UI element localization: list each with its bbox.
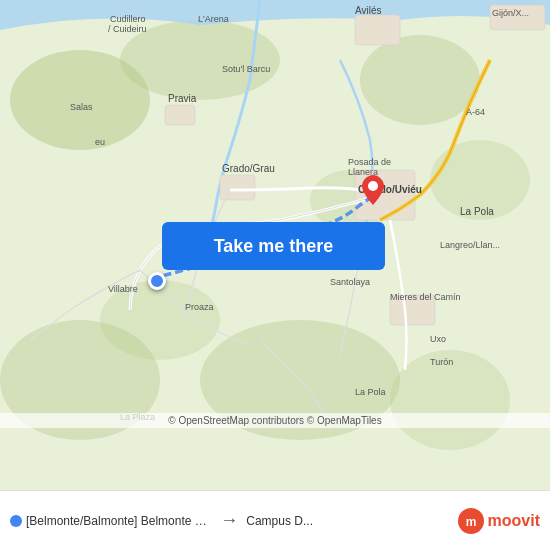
route-arrow: → bbox=[220, 510, 238, 531]
svg-text:m: m bbox=[465, 515, 476, 529]
moovit-text: moovit bbox=[488, 512, 540, 530]
origin-marker bbox=[148, 272, 166, 290]
origin-dot bbox=[10, 515, 22, 527]
barcu-label: Sotu'l Barcu bbox=[222, 64, 270, 74]
route-to: Campus D... bbox=[246, 514, 448, 528]
uxo-label: Uxo bbox=[430, 334, 446, 344]
a64-label: A-64 bbox=[466, 107, 485, 117]
pravia-label: Pravia bbox=[168, 93, 197, 104]
route-from: [Belmonte/Balmonte] Belmonte De ... bbox=[10, 514, 212, 528]
moovit-logo: m moovit bbox=[457, 507, 540, 535]
svg-rect-11 bbox=[355, 15, 400, 45]
salas-label: Salas bbox=[70, 102, 93, 112]
santolaya-label: Santolaya bbox=[330, 277, 370, 287]
svg-rect-13 bbox=[220, 175, 255, 200]
lapola-sur-label: La Pola bbox=[355, 387, 386, 397]
map-attribution: © OpenStreetMap contributors © OpenMapTi… bbox=[0, 413, 550, 428]
svg-rect-14 bbox=[165, 105, 195, 125]
route-from-text: [Belmonte/Balmonte] Belmonte De ... bbox=[26, 514, 212, 528]
grado-label: Grado/Grau bbox=[222, 163, 275, 174]
turon-label: Turón bbox=[430, 357, 453, 367]
route-to-text: Campus D... bbox=[246, 514, 313, 528]
gijon-label: Gijón/X... bbox=[492, 8, 529, 18]
eu-label: eu bbox=[95, 137, 105, 147]
arena-label: L'Arena bbox=[198, 14, 229, 24]
svg-point-3 bbox=[360, 35, 480, 125]
proaza-label: Proaza bbox=[185, 302, 214, 312]
mieres-label: Mieres del Camín bbox=[390, 292, 461, 302]
destination-marker bbox=[362, 175, 384, 205]
langreo-label: Langreo/Llan... bbox=[440, 240, 500, 250]
take-me-there-button[interactable]: Take me there bbox=[162, 222, 385, 270]
map-container[interactable]: Cudillero / Cuideiru L'Arena Avilés Gijó… bbox=[0, 0, 550, 490]
moovit-logo-icon: m bbox=[457, 507, 485, 535]
villabre-label: Villabre bbox=[108, 284, 138, 294]
bottom-bar: [Belmonte/Balmonte] Belmonte De ... → Ca… bbox=[0, 490, 550, 550]
cudillero-label2: / Cuideiru bbox=[108, 24, 147, 34]
aviles-label: Avilés bbox=[355, 5, 382, 16]
svg-point-16 bbox=[368, 181, 378, 191]
lapola-label: La Pola bbox=[460, 206, 494, 217]
cudillero-label: Cudillero bbox=[110, 14, 146, 24]
posada-label: Posada de bbox=[348, 157, 391, 167]
